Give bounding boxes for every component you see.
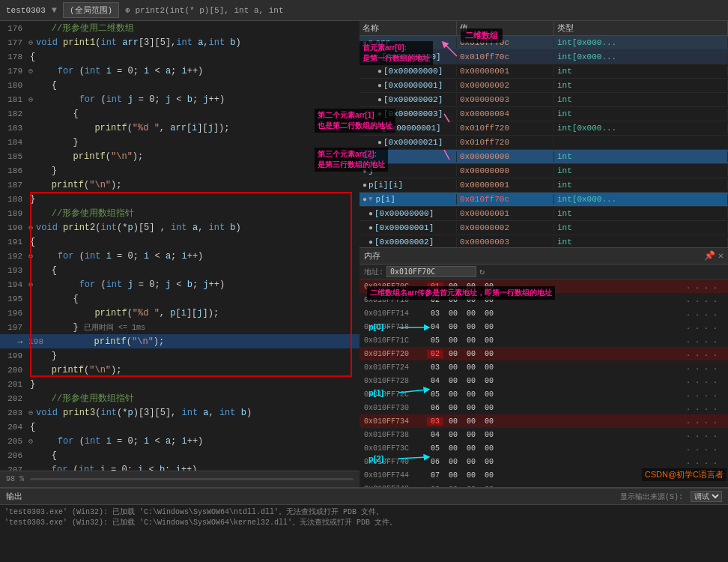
code-line-199: 199 } — [0, 348, 360, 363]
watch-cell-arr0-type: int[0x000... — [554, 52, 728, 62]
memory-row-724: 0x010FF724 03 00 00 00 . . . . — [360, 360, 728, 374]
memory-row-710: 0x010FF710 02 00 00 00 . . . . — [360, 293, 728, 306]
memory-addr-input[interactable] — [386, 266, 476, 277]
memory-row-738: 0x010FF738 04 00 00 00 . . . . — [360, 428, 728, 441]
code-line-178: 178 { — [0, 49, 360, 64]
right-section: 名称 值 类型 ● ▼ arr 0x010ff70c int[0x000... — [360, 21, 728, 487]
code-line-192: 192 ⊖ for (int i = 0; i < a; i++) — [0, 249, 360, 263]
memory-close-icon[interactable]: ✕ — [718, 250, 724, 262]
code-line-185: 185 printf("\n"); — [0, 149, 360, 163]
watch-cell-pi-name: ● ▼ p[i] — [360, 194, 457, 205]
watch-row-pi0[interactable]: ● [0x00000000] 0x00000001 int — [360, 207, 728, 221]
watch-cell-arr00-val: 0x00000001 — [457, 66, 554, 76]
memory-row-740: 0x010FF740 06 00 00 00 . . . . — [360, 455, 728, 468]
memory-row-70c: 0x010FF70C 01 00 00 00 . . . . — [360, 280, 728, 293]
memory-controls: 📌 ✕ — [704, 250, 724, 262]
code-line-189: 189 //形参使用数组指针 — [0, 206, 360, 220]
code-line-187: 187 printf("\n"); — [0, 178, 360, 192]
watch-cell-arr0-val: 0x010ff70c — [457, 52, 554, 62]
code-line-201: 201 } — [0, 377, 360, 391]
code-line-197: 197 } 已用时间 <= 1ms — [0, 320, 360, 334]
output-line-1: 'test0303.exe' (Win32): 已加载 'C:\Windows\… — [4, 507, 724, 517]
watch-row-arr[interactable]: ● ▼ arr 0x010ff70c int[0x000... — [360, 36, 728, 50]
watch-cell-arr-name: ● ▼ arr — [360, 37, 457, 48]
watch-row-arr1-sub[interactable]: ● [0x00000021] 0x010ff720 — [360, 136, 728, 150]
watch-row-arr02[interactable]: ● [0x00000002] 0x00000003 int — [360, 93, 728, 107]
watch-cell-pi2-name: ● [0x00000002] — [360, 237, 457, 247]
code-line-193: 193 { — [0, 263, 360, 277]
memory-row-71c: 0x010FF71C 05 00 00 00 . . . . — [360, 333, 728, 347]
middle-row: 176 //形参使用二维数组 177 ⊖ void print1(int arr… — [0, 21, 728, 487]
scope-selector[interactable]: (全局范围) — [63, 2, 119, 18]
memory-rows: 0x010FF70C 01 00 00 00 . . . . 0x010FF71… — [360, 280, 728, 487]
code-line-195: 195 { — [0, 291, 360, 306]
output-source-select[interactable]: 调试 — [691, 491, 722, 502]
memory-row-734: 0x010FF734 03 00 00 00 . . . . — [360, 414, 728, 428]
memory-row-714: 0x010FF714 03 00 00 00 . . . . — [360, 306, 728, 320]
memory-row-730: 0x010FF730 06 00 00 00 . . . . — [360, 401, 728, 414]
watch-cell-i-type: int — [554, 151, 728, 162]
code-line-196: 196 printf("%d ", p[i][j]); — [0, 306, 360, 320]
code-line-183: 183 printf("%d ", arr[i][j]); — [0, 121, 360, 135]
code-editor[interactable]: 176 //形参使用二维数组 177 ⊖ void print1(int arr… — [0, 21, 360, 487]
code-line-180: 180 { — [0, 78, 360, 92]
memory-row-748: 0x010FF748 cc cc cc cc . . . . — [360, 482, 728, 487]
watch-cell-pi-val: 0x010ff70c — [457, 194, 554, 205]
watch-row-arr03[interactable]: ● [0x00000003] 0x00000004 int — [360, 107, 728, 121]
output-bar: 输出 显示输出来源(S): 调试 'test0303.exe' (Win32):… — [0, 487, 728, 562]
code-line-190: 190 ⊖ void print2(int(*p)[5] , int a, in… — [0, 220, 360, 235]
watch-cell-pi0-val: 0x00000001 — [457, 208, 554, 219]
watch-rows: ● ▼ arr 0x010ff70c int[0x000... ● ▼ [0x0… — [360, 36, 728, 247]
code-line-194: 194 ⊖ for (int j = 0; j < b; j++) — [0, 277, 360, 291]
memory-pin-icon[interactable]: 📌 — [704, 250, 715, 262]
memory-panel: 内存 📌 ✕ 地址: ↻ 0x010FF70C 0 — [360, 247, 728, 487]
watch-panel: 名称 值 类型 ● ▼ arr 0x010ff70c int[0x000... — [360, 21, 728, 247]
memory-row-73c: 0x010FF73C 05 00 00 00 . . . . — [360, 441, 728, 455]
memory-row-720: 0x010FF720 02 00 00 00 . . . . — [360, 347, 728, 360]
code-line-204: 204 { — [0, 420, 360, 434]
watch-row-arr0[interactable]: ● ▼ [0x00000000] 0x010ff70c int[0x000... — [360, 50, 728, 64]
watch-row-j[interactable]: ● j 0x00000000 int — [360, 164, 728, 178]
watch-row-arr1[interactable]: ● ▼ [0x00000001] 0x010ff720 int[0x000... — [360, 121, 728, 136]
scroll-track[interactable] — [30, 478, 354, 480]
watch-cell-pi0-type: int — [554, 208, 728, 219]
watch-cell-pi2-val: 0x00000003 — [457, 237, 554, 247]
watch-cell-arr02-val: 0x00000003 — [457, 94, 554, 105]
code-line-200: 200 printf("\n"); — [0, 363, 360, 377]
watch-cell-j-val: 0x00000000 — [457, 166, 554, 176]
memory-refresh-icon[interactable]: ↻ — [479, 266, 485, 277]
memory-row-744: 0x010FF744 07 00 00 00 . . . . — [360, 468, 728, 482]
output-content: 'test0303.exe' (Win32): 已加载 'C:\Windows\… — [0, 505, 728, 562]
watch-cell-j-type: int — [554, 166, 728, 176]
code-line-188: 188 } — [0, 192, 360, 206]
code-panel: 176 //形参使用二维数组 177 ⊖ void print1(int arr… — [0, 21, 360, 487]
code-line-202: 202 //形参使用数组指针 — [0, 391, 360, 405]
watch-cell-arr03-val: 0x00000004 — [457, 109, 554, 119]
zoom-bar: 98 % — [0, 471, 360, 487]
watch-cell-i-val: 0x00000000 — [457, 151, 554, 162]
code-line-177: 177 ⊖ void print1(int arr[3][5],int a,in… — [0, 35, 360, 49]
watch-cell-arr-val: 0x010ff70c — [457, 37, 554, 48]
watch-row-arr00[interactable]: ● [0x00000000] 0x00000001 int — [360, 64, 728, 79]
watch-cell-arr01-type: int — [554, 80, 728, 91]
watch-row-pi[interactable]: ● ▼ p[i] 0x010ff70c int[0x000... — [360, 193, 728, 207]
watch-row-pi1[interactable]: ● [0x00000001] 0x00000002 int — [360, 221, 728, 235]
watch-header: 名称 值 类型 — [360, 21, 728, 36]
watch-cell-pi1-name: ● [0x00000001] — [360, 223, 457, 233]
memory-header: 内存 📌 ✕ — [360, 248, 728, 265]
watch-cell-pii-name: ● p[i][i] — [360, 180, 457, 190]
memory-addr-bar: 地址: ↻ — [360, 265, 728, 280]
watch-row-pii[interactable]: ● p[i][i] 0x00000001 int — [360, 178, 728, 193]
code-line-205: 205 ⊖ for (int i = 0; i < a; i++) — [0, 434, 360, 448]
watch-cell-arr00-name: ● [0x00000000] — [360, 66, 457, 76]
watch-cell-arr0-name: ● ▼ [0x00000000] — [360, 52, 457, 62]
watch-row-pi2[interactable]: ● [0x00000002] 0x00000003 int — [360, 235, 728, 247]
code-line-179: 179 ⊖ for (int i = 0; i < a; i++) — [0, 64, 360, 78]
watch-cell-pi-type: int[0x000... — [554, 194, 728, 205]
memory-row-728: 0x010FF728 04 00 00 00 . . . . — [360, 374, 728, 387]
output-header: 输出 显示输出来源(S): 调试 — [0, 489, 728, 505]
watch-row-i[interactable]: ● i 0x00000000 int — [360, 150, 728, 164]
watch-row-arr01[interactable]: ● [0x00000001] 0x00000002 int — [360, 79, 728, 93]
code-line-191: 191 { — [0, 235, 360, 249]
watch-cell-arr00-type: int — [554, 66, 728, 76]
